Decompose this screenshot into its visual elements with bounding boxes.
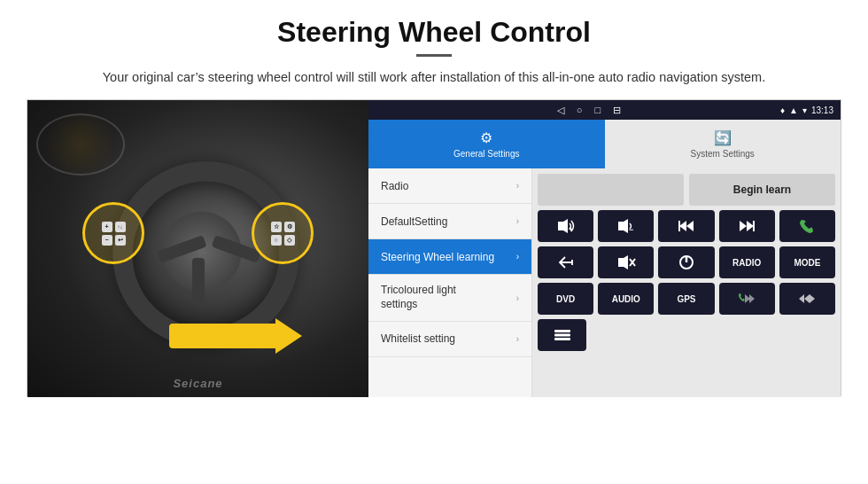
begin-learn-button[interactable]: Begin learn: [689, 174, 835, 206]
svg-marker-2: [618, 219, 628, 233]
nav-icons: ◁ ○ □ ⊟: [376, 105, 776, 116]
settings-item-radio[interactable]: Radio ›: [368, 168, 531, 204]
blank-slot: [538, 174, 684, 206]
status-bar: ◁ ○ □ ⊟ ♦ ▲ ▾ 13:13: [368, 100, 841, 120]
settings-item-default[interactable]: DefaultSetting ›: [368, 204, 531, 239]
recents-nav-icon[interactable]: □: [594, 105, 601, 116]
tab-system-label: System Settings: [691, 149, 755, 159]
android-ui: ◁ ○ □ ⊟ ♦ ▲ ▾ 13:13 ⚙ General Settings: [368, 100, 841, 397]
right-button-cluster: ☆ ⚙ ○ ◇: [252, 202, 314, 264]
vol-down-button[interactable]: −: [598, 210, 654, 242]
svg-rect-20: [554, 330, 570, 332]
wifi-icon: ▾: [802, 105, 807, 115]
svg-marker-0: [558, 219, 568, 233]
svg-text:−: −: [629, 225, 633, 234]
radio-button[interactable]: RADIO: [719, 246, 775, 278]
tab-general-label: General Settings: [453, 149, 520, 159]
mute-button[interactable]: [598, 246, 654, 278]
settings-list: Radio › DefaultSetting › Steering Wheel …: [368, 168, 532, 397]
system-settings-icon: 🔄: [714, 129, 732, 146]
next-track-button[interactable]: [719, 210, 775, 242]
watermark: Seicane: [173, 377, 222, 390]
time-display: 13:13: [811, 105, 833, 115]
tab-system-settings[interactable]: 🔄 System Settings: [605, 120, 841, 168]
svg-rect-21: [554, 334, 570, 337]
mode-button[interactable]: MODE: [779, 246, 835, 278]
left-button-cluster: + ↑↓ − ↩: [82, 202, 144, 264]
svg-marker-8: [740, 221, 747, 231]
chevron-icon: ›: [516, 181, 519, 191]
chevron-icon: ›: [516, 334, 519, 344]
app-nav-icon[interactable]: ⊟: [613, 105, 621, 116]
menu-button[interactable]: [538, 319, 586, 351]
power-button[interactable]: [658, 246, 714, 278]
ctrl-row5: [538, 319, 835, 351]
row1: Begin learn: [538, 174, 835, 206]
phone-prev-button[interactable]: [719, 283, 775, 315]
svg-marker-5: [686, 221, 694, 231]
back-button[interactable]: [538, 246, 593, 278]
settings-item-whitelist[interactable]: Whitelist setting ›: [368, 322, 531, 357]
spoke-bottom: [192, 258, 205, 302]
right-control-panel: Begin learn + −: [532, 168, 841, 397]
gps-button[interactable]: GPS: [658, 283, 714, 315]
svg-text:+: +: [569, 225, 573, 234]
svg-rect-6: [678, 221, 680, 231]
general-settings-icon: ⚙: [480, 129, 492, 146]
chevron-icon: ›: [516, 293, 519, 303]
ctrl-row4: DVD AUDIO GPS: [538, 283, 835, 315]
location-icon: ♦: [780, 105, 785, 115]
dvd-button[interactable]: DVD: [538, 283, 593, 315]
status-icons: ♦ ▲ ▾ 13:13: [780, 105, 833, 115]
prev-next-button[interactable]: [779, 283, 835, 315]
ctrl-row3: RADIO MODE: [538, 246, 835, 278]
svg-rect-9: [753, 221, 755, 231]
chevron-icon: ›: [516, 252, 519, 262]
chevron-icon: ›: [516, 216, 519, 226]
tab-general-settings[interactable]: ⚙ General Settings: [368, 120, 605, 168]
content-area: + ↑↓ − ↩ ☆ ⚙ ○ ◇: [27, 99, 841, 396]
svg-marker-18: [804, 294, 810, 303]
audio-button[interactable]: AUDIO: [598, 283, 654, 315]
settings-area: Radio › DefaultSetting › Steering Wheel …: [368, 168, 841, 397]
steering-wheel-image: + ↑↓ − ↩ ☆ ⚙ ○ ◇: [27, 100, 368, 397]
title-divider: [416, 54, 452, 57]
arrow-pointer: [169, 324, 275, 348]
svg-marker-10: [618, 255, 628, 269]
phone-button[interactable]: [779, 210, 835, 242]
settings-item-steering[interactable]: Steering Wheel learning ›: [368, 239, 531, 275]
vol-up-button[interactable]: +: [538, 210, 593, 242]
settings-item-tricolour[interactable]: Tricoloured light settings ›: [368, 275, 531, 321]
home-nav-icon[interactable]: ○: [577, 105, 583, 116]
svg-marker-19: [810, 294, 815, 303]
page-title: Steering Wheel Control: [27, 16, 841, 49]
svg-marker-17: [799, 294, 804, 303]
signal-icon: ▲: [789, 105, 798, 115]
svg-marker-4: [679, 221, 686, 231]
svg-rect-22: [554, 338, 570, 340]
page-subtitle: Your original car’s steering wheel contr…: [97, 67, 771, 87]
prev-track-button[interactable]: [658, 210, 714, 242]
back-nav-icon[interactable]: ◁: [557, 105, 564, 116]
tab-bar: ⚙ General Settings 🔄 System Settings: [368, 120, 841, 168]
ctrl-row2: + −: [538, 210, 835, 242]
svg-marker-7: [747, 221, 754, 231]
